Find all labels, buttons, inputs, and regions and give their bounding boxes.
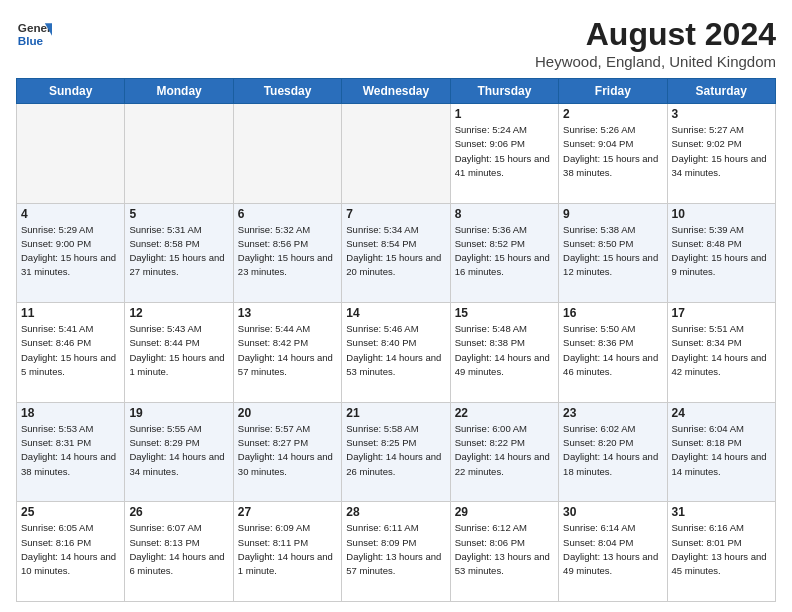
calendar-cell: 30Sunrise: 6:14 AM Sunset: 8:04 PM Dayli… — [559, 502, 667, 602]
calendar-cell: 31Sunrise: 6:16 AM Sunset: 8:01 PM Dayli… — [667, 502, 775, 602]
subtitle: Heywood, England, United Kingdom — [535, 53, 776, 70]
logo-icon: General Blue — [16, 16, 52, 52]
day-number: 4 — [21, 207, 120, 221]
day-number: 30 — [563, 505, 662, 519]
day-info: Sunrise: 5:44 AM Sunset: 8:42 PM Dayligh… — [238, 322, 337, 379]
day-info: Sunrise: 6:09 AM Sunset: 8:11 PM Dayligh… — [238, 521, 337, 578]
weekday-header: Wednesday — [342, 79, 450, 104]
weekday-header: Friday — [559, 79, 667, 104]
page: General Blue August 2024 Heywood, Englan… — [0, 0, 792, 612]
day-number: 29 — [455, 505, 554, 519]
calendar-cell: 29Sunrise: 6:12 AM Sunset: 8:06 PM Dayli… — [450, 502, 558, 602]
day-info: Sunrise: 5:24 AM Sunset: 9:06 PM Dayligh… — [455, 123, 554, 180]
weekday-header: Thursday — [450, 79, 558, 104]
calendar-cell: 4Sunrise: 5:29 AM Sunset: 9:00 PM Daylig… — [17, 203, 125, 303]
day-info: Sunrise: 5:58 AM Sunset: 8:25 PM Dayligh… — [346, 422, 445, 479]
weekday-header-row: SundayMondayTuesdayWednesdayThursdayFrid… — [17, 79, 776, 104]
day-number: 14 — [346, 306, 445, 320]
day-info: Sunrise: 5:55 AM Sunset: 8:29 PM Dayligh… — [129, 422, 228, 479]
day-info: Sunrise: 6:07 AM Sunset: 8:13 PM Dayligh… — [129, 521, 228, 578]
day-number: 15 — [455, 306, 554, 320]
day-number: 24 — [672, 406, 771, 420]
day-number: 7 — [346, 207, 445, 221]
weekday-header: Saturday — [667, 79, 775, 104]
day-number: 16 — [563, 306, 662, 320]
day-info: Sunrise: 6:16 AM Sunset: 8:01 PM Dayligh… — [672, 521, 771, 578]
day-info: Sunrise: 6:05 AM Sunset: 8:16 PM Dayligh… — [21, 521, 120, 578]
calendar-cell: 16Sunrise: 5:50 AM Sunset: 8:36 PM Dayli… — [559, 303, 667, 403]
day-info: Sunrise: 5:38 AM Sunset: 8:50 PM Dayligh… — [563, 223, 662, 280]
calendar-cell: 6Sunrise: 5:32 AM Sunset: 8:56 PM Daylig… — [233, 203, 341, 303]
day-info: Sunrise: 5:50 AM Sunset: 8:36 PM Dayligh… — [563, 322, 662, 379]
calendar-cell: 18Sunrise: 5:53 AM Sunset: 8:31 PM Dayli… — [17, 402, 125, 502]
calendar-cell: 3Sunrise: 5:27 AM Sunset: 9:02 PM Daylig… — [667, 104, 775, 204]
day-info: Sunrise: 5:26 AM Sunset: 9:04 PM Dayligh… — [563, 123, 662, 180]
calendar-cell: 11Sunrise: 5:41 AM Sunset: 8:46 PM Dayli… — [17, 303, 125, 403]
calendar-cell: 7Sunrise: 5:34 AM Sunset: 8:54 PM Daylig… — [342, 203, 450, 303]
calendar-cell: 20Sunrise: 5:57 AM Sunset: 8:27 PM Dayli… — [233, 402, 341, 502]
day-number: 28 — [346, 505, 445, 519]
calendar-cell — [342, 104, 450, 204]
calendar-cell: 26Sunrise: 6:07 AM Sunset: 8:13 PM Dayli… — [125, 502, 233, 602]
calendar-cell: 22Sunrise: 6:00 AM Sunset: 8:22 PM Dayli… — [450, 402, 558, 502]
day-info: Sunrise: 5:36 AM Sunset: 8:52 PM Dayligh… — [455, 223, 554, 280]
day-number: 12 — [129, 306, 228, 320]
calendar-week-row: 4Sunrise: 5:29 AM Sunset: 9:00 PM Daylig… — [17, 203, 776, 303]
day-number: 11 — [21, 306, 120, 320]
calendar-cell — [233, 104, 341, 204]
day-number: 23 — [563, 406, 662, 420]
day-number: 10 — [672, 207, 771, 221]
calendar-cell: 1Sunrise: 5:24 AM Sunset: 9:06 PM Daylig… — [450, 104, 558, 204]
calendar-week-row: 25Sunrise: 6:05 AM Sunset: 8:16 PM Dayli… — [17, 502, 776, 602]
day-info: Sunrise: 5:57 AM Sunset: 8:27 PM Dayligh… — [238, 422, 337, 479]
day-info: Sunrise: 6:04 AM Sunset: 8:18 PM Dayligh… — [672, 422, 771, 479]
day-info: Sunrise: 5:39 AM Sunset: 8:48 PM Dayligh… — [672, 223, 771, 280]
day-info: Sunrise: 5:29 AM Sunset: 9:00 PM Dayligh… — [21, 223, 120, 280]
day-number: 1 — [455, 107, 554, 121]
day-info: Sunrise: 6:14 AM Sunset: 8:04 PM Dayligh… — [563, 521, 662, 578]
calendar-table: SundayMondayTuesdayWednesdayThursdayFrid… — [16, 78, 776, 602]
calendar-cell: 14Sunrise: 5:46 AM Sunset: 8:40 PM Dayli… — [342, 303, 450, 403]
calendar-cell: 25Sunrise: 6:05 AM Sunset: 8:16 PM Dayli… — [17, 502, 125, 602]
day-info: Sunrise: 5:41 AM Sunset: 8:46 PM Dayligh… — [21, 322, 120, 379]
calendar-week-row: 11Sunrise: 5:41 AM Sunset: 8:46 PM Dayli… — [17, 303, 776, 403]
day-number: 25 — [21, 505, 120, 519]
day-info: Sunrise: 5:31 AM Sunset: 8:58 PM Dayligh… — [129, 223, 228, 280]
calendar-cell: 24Sunrise: 6:04 AM Sunset: 8:18 PM Dayli… — [667, 402, 775, 502]
day-info: Sunrise: 5:53 AM Sunset: 8:31 PM Dayligh… — [21, 422, 120, 479]
day-number: 20 — [238, 406, 337, 420]
calendar-cell — [17, 104, 125, 204]
day-number: 22 — [455, 406, 554, 420]
day-number: 21 — [346, 406, 445, 420]
calendar-week-row: 18Sunrise: 5:53 AM Sunset: 8:31 PM Dayli… — [17, 402, 776, 502]
calendar-cell: 13Sunrise: 5:44 AM Sunset: 8:42 PM Dayli… — [233, 303, 341, 403]
day-number: 17 — [672, 306, 771, 320]
svg-text:Blue: Blue — [18, 34, 44, 47]
calendar-cell: 8Sunrise: 5:36 AM Sunset: 8:52 PM Daylig… — [450, 203, 558, 303]
calendar-cell: 10Sunrise: 5:39 AM Sunset: 8:48 PM Dayli… — [667, 203, 775, 303]
calendar-cell: 15Sunrise: 5:48 AM Sunset: 8:38 PM Dayli… — [450, 303, 558, 403]
header: General Blue August 2024 Heywood, Englan… — [16, 16, 776, 70]
day-number: 9 — [563, 207, 662, 221]
title-section: August 2024 Heywood, England, United Kin… — [535, 16, 776, 70]
calendar-cell: 23Sunrise: 6:02 AM Sunset: 8:20 PM Dayli… — [559, 402, 667, 502]
calendar-cell: 5Sunrise: 5:31 AM Sunset: 8:58 PM Daylig… — [125, 203, 233, 303]
day-number: 13 — [238, 306, 337, 320]
day-number: 27 — [238, 505, 337, 519]
calendar-cell: 2Sunrise: 5:26 AM Sunset: 9:04 PM Daylig… — [559, 104, 667, 204]
calendar-cell: 9Sunrise: 5:38 AM Sunset: 8:50 PM Daylig… — [559, 203, 667, 303]
day-info: Sunrise: 6:12 AM Sunset: 8:06 PM Dayligh… — [455, 521, 554, 578]
day-info: Sunrise: 5:46 AM Sunset: 8:40 PM Dayligh… — [346, 322, 445, 379]
day-number: 6 — [238, 207, 337, 221]
day-info: Sunrise: 5:34 AM Sunset: 8:54 PM Dayligh… — [346, 223, 445, 280]
day-number: 3 — [672, 107, 771, 121]
day-info: Sunrise: 5:51 AM Sunset: 8:34 PM Dayligh… — [672, 322, 771, 379]
calendar-cell: 19Sunrise: 5:55 AM Sunset: 8:29 PM Dayli… — [125, 402, 233, 502]
calendar-week-row: 1Sunrise: 5:24 AM Sunset: 9:06 PM Daylig… — [17, 104, 776, 204]
logo: General Blue — [16, 16, 52, 52]
weekday-header: Tuesday — [233, 79, 341, 104]
calendar-cell: 28Sunrise: 6:11 AM Sunset: 8:09 PM Dayli… — [342, 502, 450, 602]
day-info: Sunrise: 5:48 AM Sunset: 8:38 PM Dayligh… — [455, 322, 554, 379]
weekday-header: Monday — [125, 79, 233, 104]
day-info: Sunrise: 6:02 AM Sunset: 8:20 PM Dayligh… — [563, 422, 662, 479]
